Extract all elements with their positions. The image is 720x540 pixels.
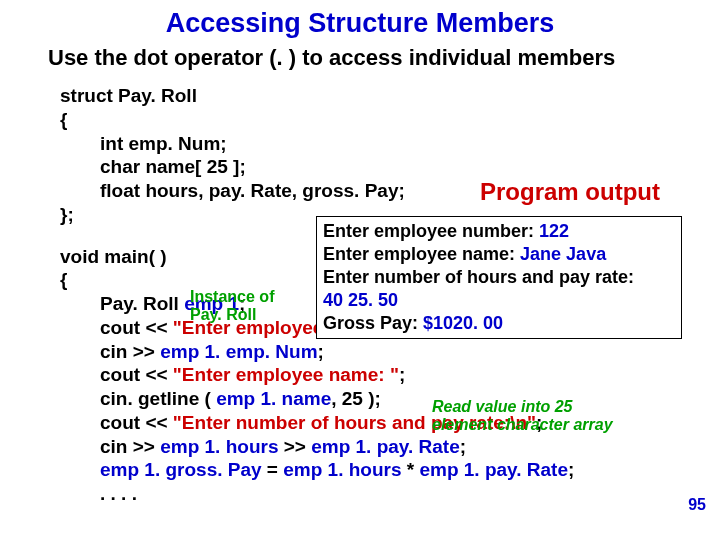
output-line-4: 40 25. 50: [323, 289, 675, 312]
page-number: 95: [688, 496, 706, 514]
code-line-3: cin >> emp 1. emp. Num;: [60, 340, 574, 364]
struct-decl: struct Pay. Roll: [60, 84, 574, 108]
output-line-5: Gross Pay: $1020. 00: [323, 312, 675, 335]
struct-member-1: int emp. Num;: [60, 132, 574, 156]
instance-annotation: Instance of Pay. Roll: [190, 288, 274, 325]
struct-member-2: char name[ 25 ];: [60, 155, 574, 179]
output-line-1: Enter employee number: 122: [323, 220, 675, 243]
output-line-2: Enter employee name: Jane Java: [323, 243, 675, 266]
code-line-4: cout << "Enter employee name: ";: [60, 363, 574, 387]
output-line-3: Enter number of hours and pay rate:: [323, 266, 675, 289]
code-line-7: cin >> emp 1. hours >> emp 1. pay. Rate;: [60, 435, 574, 459]
struct-open: {: [60, 108, 574, 132]
program-output-box: Enter employee number: 122 Enter employe…: [316, 216, 682, 339]
code-dots: . . . .: [60, 482, 574, 506]
code-line-8: emp 1. gross. Pay = emp 1. hours * emp 1…: [60, 458, 574, 482]
read-annotation: Read value into 25 element character arr…: [432, 398, 613, 435]
slide-title: Accessing Structure Members: [0, 0, 720, 39]
program-output-label: Program output: [480, 178, 660, 206]
slide-subtitle: Use the dot operator (. ) to access indi…: [0, 39, 720, 71]
